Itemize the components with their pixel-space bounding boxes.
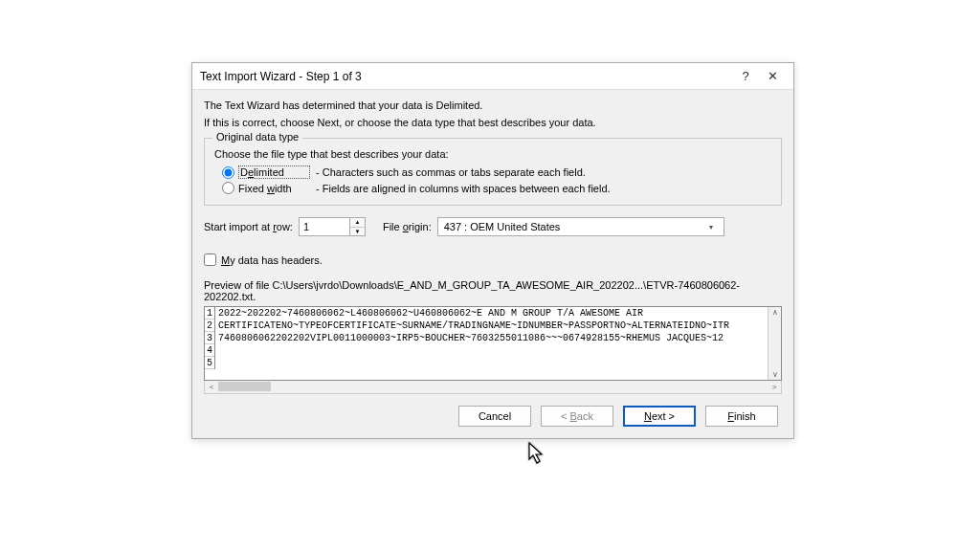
scroll-thumb[interactable] [218, 382, 271, 391]
fixed-width-desc: - Fields are aligned in columns with spa… [316, 183, 611, 194]
original-data-type-group: Original data type Choose the file type … [204, 138, 782, 206]
text-import-wizard-dialog: Text Import Wizard - Step 1 of 3 ? ✕ The… [191, 62, 794, 439]
file-origin-dropdown[interactable]: 437 : OEM United States ▾ [437, 217, 724, 236]
mouse-cursor-icon [528, 442, 547, 469]
next-button[interactable]: Next > [623, 406, 696, 427]
group-legend: Original data type [212, 131, 302, 143]
headers-checkbox[interactable] [204, 253, 216, 266]
preview-text: 2022~202202~7460806062~L460806062~U46080… [215, 307, 732, 369]
back-button[interactable]: < Back [541, 406, 613, 427]
dialog-title: Text Import Wizard - Step 1 of 3 [200, 70, 732, 83]
start-row-spinner[interactable]: ▲ ▼ [299, 217, 366, 236]
preview-label: Preview of file C:\Users\jvrdo\Downloads… [204, 279, 782, 302]
chevron-down-icon: ▾ [704, 223, 718, 231]
spinner-up-icon[interactable]: ▲ [350, 218, 365, 228]
spinner-down-icon[interactable]: ▼ [350, 228, 365, 236]
intro-text-2: If this is correct, choose Next, or choo… [204, 117, 782, 128]
delimited-radio[interactable] [222, 166, 234, 179]
fixed-width-radio[interactable] [222, 182, 234, 194]
finish-button[interactable]: Finish [705, 406, 778, 427]
close-button[interactable]: ✕ [759, 69, 786, 83]
horizontal-scrollbar[interactable]: < > [204, 381, 782, 394]
fixed-width-label: Fixed width [238, 183, 310, 194]
scroll-right-icon[interactable]: > [768, 383, 781, 391]
vertical-scrollbar[interactable]: ∧ ∨ [768, 307, 781, 380]
file-origin-value: 437 : OEM United States [444, 221, 561, 232]
scroll-left-icon[interactable]: < [205, 383, 218, 391]
titlebar: Text Import Wizard - Step 1 of 3 ? ✕ [192, 63, 793, 90]
cancel-button[interactable]: Cancel [458, 406, 531, 427]
help-button[interactable]: ? [732, 69, 759, 83]
delimited-label: Delimited [238, 165, 310, 179]
spinner-arrows: ▲ ▼ [349, 218, 365, 235]
choose-file-type-label: Choose the file type that best describes… [214, 148, 771, 160]
headers-checkbox-row[interactable]: My data has headers. [204, 253, 782, 266]
scroll-up-icon[interactable]: ∧ [768, 307, 781, 318]
import-row: Start import at row: ▲ ▼ File origin: 43… [204, 217, 782, 236]
dialog-content: The Text Wizard has determined that your… [192, 90, 793, 438]
delimited-radio-row[interactable]: Delimited - Characters such as commas or… [222, 165, 771, 179]
scroll-down-icon[interactable]: ∨ [768, 369, 781, 380]
file-origin-label: File origin: [383, 221, 432, 232]
scroll-track[interactable] [218, 381, 768, 393]
start-row-input[interactable] [300, 218, 349, 235]
preview-box: 12345 2022~202202~7460806062~L460806062~… [204, 306, 782, 381]
start-row-label: Start import at row: [204, 221, 293, 232]
fixed-width-radio-row[interactable]: Fixed width - Fields are aligned in colu… [222, 182, 771, 194]
intro-text-1: The Text Wizard has determined that your… [204, 99, 782, 111]
delimited-desc: - Characters such as commas or tabs sepa… [316, 166, 586, 178]
button-row: Cancel < Back Next > Finish [204, 406, 782, 427]
preview-line-numbers: 12345 [205, 307, 215, 369]
headers-label: My data has headers. [221, 254, 323, 266]
